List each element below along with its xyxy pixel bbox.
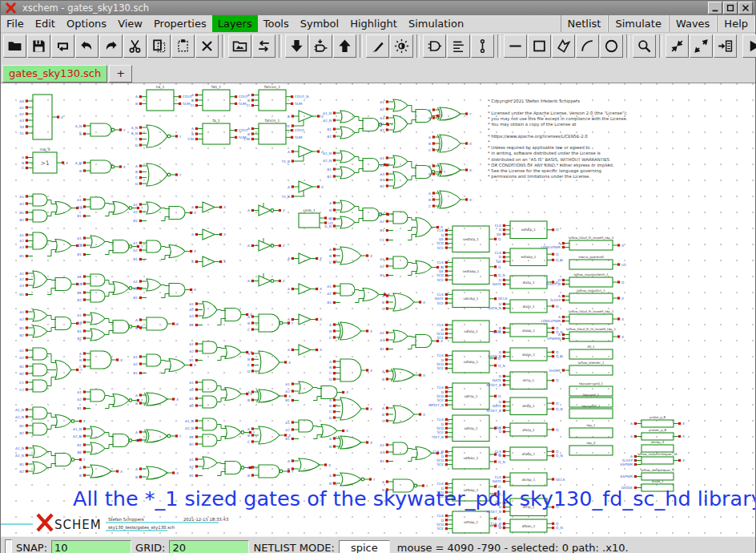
schematic-symbol-oai2bb: A1_NA2_NB1B2Y [73, 426, 143, 454]
maximize-button[interactable] [723, 2, 738, 14]
paste-button[interactable] [171, 34, 195, 58]
schematic-symbol-or2: ABX [79, 465, 123, 478]
zoom-in-button[interactable] [666, 34, 689, 58]
svg-text:B: B [428, 142, 431, 146]
zoom-box-button[interactable] [633, 34, 656, 58]
svg-text:A: A [630, 422, 633, 426]
svg-text:Y: Y [390, 212, 393, 216]
svg-text:A_N: A_N [131, 126, 138, 131]
schematic-canvas[interactable]: A0A1A2A3S0S1Xmaj_3>1ABCXA1A2B1B2XA1A2A3B… [1, 83, 755, 536]
svg-text:B: B [135, 438, 138, 442]
menu-button-netlist[interactable]: Netlist [561, 15, 609, 32]
svg-text:X: X [194, 288, 196, 292]
svg-text:Y: Y [82, 458, 86, 462]
svg-text:X: X [370, 369, 372, 373]
wire-link-button[interactable] [471, 34, 494, 58]
svg-text:X: X [320, 348, 322, 352]
snap-input[interactable] [51, 540, 131, 553]
svg-text:B2: B2 [189, 442, 194, 446]
schematic-symbol-hbox: fa_1ABCINCOUTSUM [188, 119, 249, 145]
draw-line-button[interactable] [504, 34, 527, 58]
minimize-button[interactable] [708, 2, 722, 14]
menu-item-options[interactable]: Options [61, 15, 112, 32]
svg-text:Y: Y [372, 478, 376, 482]
netlist-mode-value[interactable]: spice [339, 540, 390, 553]
schematic-symbol-ao21: A1A2B1X [189, 341, 252, 362]
edit-text-button[interactable] [447, 34, 470, 58]
push-down-button[interactable] [285, 34, 308, 58]
draw-rect-button[interactable] [528, 34, 551, 58]
menu-item-tools[interactable]: Tools [258, 15, 295, 32]
netlist-button[interactable] [714, 34, 737, 58]
wire-link-icon [475, 38, 490, 54]
delete-button[interactable] [195, 34, 219, 58]
menu-item-view[interactable]: View [112, 15, 148, 32]
menu-item-file[interactable]: File [1, 15, 30, 32]
svg-text:A2: A2 [285, 390, 290, 394]
new-tab-button[interactable]: + [109, 65, 132, 83]
swap-button[interactable] [252, 34, 275, 58]
svg-text:X: X [370, 441, 372, 445]
schematic-symbol-wbox: lpflow_inputisolatch_1DSLEEP_BQ [546, 272, 625, 287]
draw-wire-button[interactable] [366, 34, 389, 58]
svg-text:A2: A2 [380, 264, 384, 268]
svg-text:B2: B2 [19, 470, 24, 474]
svg-text:Q_N: Q_N [556, 407, 563, 412]
menu-item-simulation[interactable]: Simulation [403, 15, 469, 32]
cut-button[interactable] [123, 34, 147, 58]
insert-symbol-button[interactable] [228, 34, 251, 58]
save-button[interactable] [27, 34, 50, 58]
menu-button-waves[interactable]: Waves [669, 15, 717, 32]
svg-text:B1: B1 [189, 323, 194, 327]
svg-text:A: A [288, 348, 290, 352]
svg-text:A1: A1 [133, 241, 138, 245]
close-button[interactable] [738, 2, 753, 14]
toggle-light-button[interactable] [390, 34, 413, 58]
svg-text:B1: B1 [133, 371, 138, 375]
schematic-symbol-oa22: A1A2B1B2Y [19, 309, 82, 337]
svg-text:B2: B2 [327, 135, 332, 139]
reload-button[interactable] [51, 34, 74, 58]
svg-text:A2: A2 [19, 317, 24, 321]
schematic-symbol-aoi21: A1A2B1Y [77, 197, 143, 218]
open-button[interactable] [3, 34, 26, 58]
menu-item-edit[interactable]: Edit [30, 15, 61, 32]
svg-text:CI: CI [191, 103, 194, 107]
zoom-out-button[interactable] [690, 34, 713, 58]
draw-arc-icon [580, 38, 595, 54]
redo-button[interactable] [99, 34, 123, 58]
undo-button[interactable] [75, 34, 99, 58]
menu-button-simulate[interactable]: Simulate [608, 15, 668, 32]
toggle-light-icon [394, 38, 409, 54]
draw-arc-button[interactable] [576, 34, 599, 58]
svg-text:SCD: SCD [436, 273, 444, 277]
svg-text:D: D [441, 422, 444, 426]
schematic-symbol-dbox: dlclkp_1CLKGATEGCLK [493, 473, 565, 486]
svg-text:A: A [247, 352, 250, 356]
schematic-symbol-wbox: lpflow_isobufsrckapwr_16ASLEEPKAPWRX [620, 452, 685, 466]
svg-text:* You may obtain a copy of the: * You may obtain a copy of the License a… [488, 122, 576, 127]
simulate-button[interactable] [742, 34, 756, 58]
draw-polygon-button[interactable] [552, 34, 575, 58]
copy-button[interactable] [147, 34, 171, 58]
svg-text:Q: Q [498, 237, 501, 241]
menu-item-layers[interactable]: Layers [212, 15, 258, 32]
make-symbol-button[interactable] [423, 34, 446, 58]
grid-input[interactable] [169, 540, 249, 553]
menu-item-symbol[interactable]: Symbol [295, 15, 344, 32]
menu-item-highlight[interactable]: Highlight [344, 15, 403, 32]
descend-symbol-button[interactable] [309, 34, 332, 58]
svg-text:SCE: SCE [437, 527, 444, 531]
title-bar[interactable]: xschem - gates_sky130.sch [1, 1, 755, 15]
menu-item-properties[interactable]: Properties [148, 15, 212, 32]
draw-rect-icon [532, 38, 547, 54]
svg-text:* See the License for the spec: * See the License for the specific langu… [488, 168, 601, 174]
svg-text:B1: B1 [189, 397, 194, 401]
svg-text:A1: A1 [19, 233, 24, 237]
draw-circle-button[interactable] [600, 34, 623, 58]
tab-gates-sky130[interactable]: gates_sky130.sch [2, 65, 107, 83]
schematic-symbol-or2: ABX [135, 466, 179, 479]
menu-button-help[interactable]: Help [717, 15, 755, 32]
svg-text:B1: B1 [19, 365, 24, 369]
pop-up-button[interactable] [333, 34, 356, 58]
